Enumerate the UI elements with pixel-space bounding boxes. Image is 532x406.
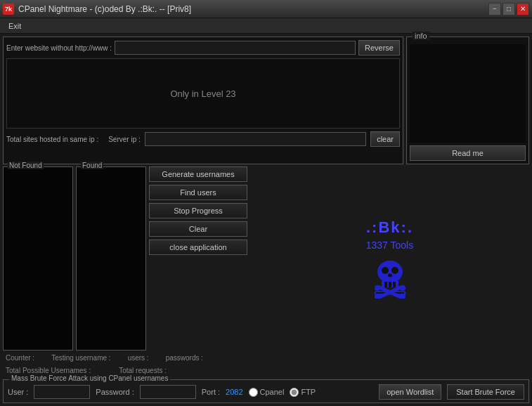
website-row: Enter website without http://www : Rever… (6, 40, 400, 55)
mid-section: Not Found Found Generate usernames Find … (3, 166, 529, 351)
svg-rect-2 (384, 282, 387, 287)
cpanel-radio[interactable] (249, 388, 258, 397)
window-title: CPanel Nightmare - (c)oded By .:Bk:. -- … (18, 4, 191, 14)
total-possible-label: Total Possible Usernames : (6, 367, 91, 374)
svg-rect-3 (389, 282, 391, 287)
server-ip-label: Server ip : (108, 136, 141, 143)
level-area: Only in Level 23 (6, 58, 400, 129)
svg-point-5 (382, 267, 389, 274)
maximize-button[interactable]: □ (502, 3, 515, 15)
users-label: users : (128, 354, 149, 362)
menu-bar: Exit (0, 18, 532, 34)
svg-point-0 (377, 261, 403, 283)
found-label: Found (81, 162, 103, 169)
start-brute-force-button[interactable]: Start Brute Force (447, 384, 524, 400)
total-sites-label: Total sites hosted in same ip : (6, 136, 98, 143)
skull-icon (369, 256, 411, 299)
not-found-list[interactable] (4, 167, 72, 350)
title-bar-left: 7k CPanel Nightmare - (c)oded By .:Bk:. … (3, 4, 191, 15)
svg-point-6 (391, 267, 398, 274)
reverse-button[interactable]: Reverse (358, 40, 400, 55)
level-text: Only in Level 23 (170, 89, 235, 99)
window-controls: − □ ✕ (488, 3, 529, 15)
password-label: Password : (96, 388, 134, 396)
left-panel: Enter website without http://www : Rever… (3, 37, 403, 164)
app-icon: 7k (3, 4, 14, 15)
info-panel: info Read me (406, 37, 529, 164)
found-list[interactable] (77, 167, 145, 350)
not-found-box: Not Found (3, 166, 73, 351)
passwords-label: passwords : (166, 354, 203, 362)
user-label: User : (8, 388, 28, 396)
icon-text: 7k (5, 6, 12, 13)
ftp-radio[interactable] (290, 388, 299, 397)
find-users-button[interactable]: Find users (149, 185, 247, 200)
total-requests-label: Total requests : (119, 367, 167, 374)
ftp-radio-item[interactable]: FTP (290, 388, 316, 397)
port-label: Port : (202, 388, 220, 396)
exit-menu-item[interactable]: Exit (3, 20, 27, 32)
action-buttons: Generate usernames Find users Stop Progr… (149, 166, 247, 351)
password-input[interactable] (140, 385, 196, 399)
ftp-label: FTP (301, 388, 316, 396)
counter-row: Counter : Testing username : users : pas… (3, 353, 529, 363)
svg-point-13 (400, 285, 406, 291)
protocol-radio-group: Cpanel FTP (249, 388, 316, 397)
found-box: Found (76, 166, 146, 351)
tools-text: 1337 Tools (366, 240, 413, 251)
brand-text: .:Bk:. (366, 218, 413, 237)
info-content-area (410, 44, 526, 143)
not-found-label: Not Found (8, 162, 44, 169)
counter-label: Counter : (6, 354, 34, 362)
bottom-row: Total sites hosted in same ip : Server i… (6, 131, 400, 147)
website-label: Enter website without http://www : (6, 44, 112, 52)
website-input[interactable] (115, 41, 356, 55)
top-section: Enter website without http://www : Rever… (3, 37, 529, 164)
minimize-button[interactable]: − (488, 3, 501, 15)
skull-area: .:Bk:. 1337 Tools (250, 166, 529, 351)
cpanel-label: Cpanel (260, 388, 285, 396)
clear-action-button[interactable]: Clear (149, 221, 247, 237)
user-input[interactable] (34, 385, 90, 399)
cpanel-radio-item[interactable]: Cpanel (249, 388, 285, 397)
generate-usernames-button[interactable]: Generate usernames (149, 166, 247, 182)
stop-progress-button[interactable]: Stop Progress (149, 203, 247, 218)
testing-label: Testing username : (51, 354, 111, 362)
main-content: Enter website without http://www : Rever… (0, 34, 532, 406)
svg-point-7 (388, 274, 392, 277)
brute-row: User : Password : Port : 2082 Cpanel FTP… (8, 384, 524, 400)
brute-section: Mass Brute Force Attack using CPanel use… (3, 379, 529, 403)
info-label: info (413, 32, 429, 40)
read-me-button[interactable]: Read me (410, 145, 526, 161)
clear-button[interactable]: clear (370, 131, 400, 147)
server-ip-input[interactable] (145, 132, 366, 146)
brute-section-label: Mass Brute Force Attack using CPanel use… (9, 374, 170, 382)
open-wordlist-button[interactable]: open Wordlist (379, 384, 441, 400)
title-bar: 7k CPanel Nightmare - (c)oded By .:Bk:. … (0, 0, 532, 18)
svg-point-12 (375, 285, 380, 291)
close-application-button[interactable]: close application (149, 240, 247, 255)
svg-rect-4 (393, 282, 396, 287)
port-value: 2082 (226, 388, 242, 396)
close-button[interactable]: ✕ (517, 3, 529, 15)
